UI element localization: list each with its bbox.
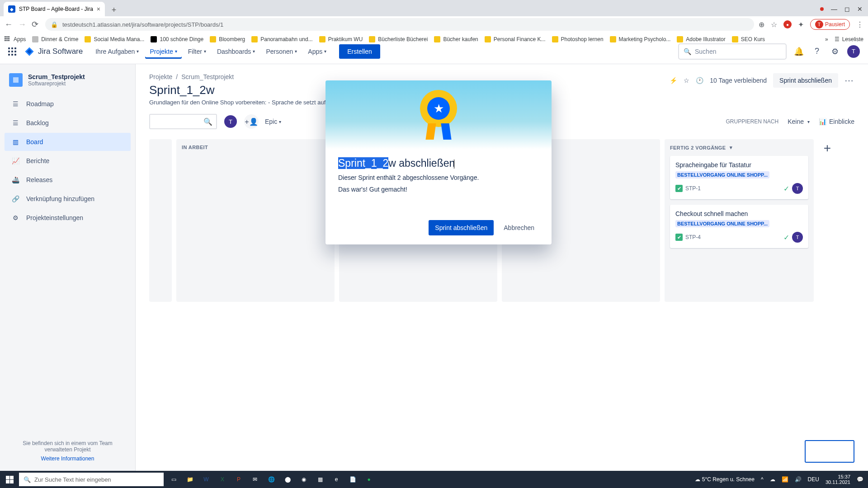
- edge-icon[interactable]: e: [329, 473, 344, 486]
- new-tab-button[interactable]: +: [108, 4, 120, 16]
- tray-chevron-icon[interactable]: ^: [761, 476, 764, 483]
- board-search-input[interactable]: 🔍: [149, 114, 217, 129]
- bookmark-item[interactable]: 100 schöne Dinge: [151, 36, 203, 42]
- bookmark-item[interactable]: Bloomberg: [210, 36, 245, 42]
- assignee-avatar[interactable]: T: [223, 114, 238, 129]
- forward-icon[interactable]: →: [18, 20, 27, 29]
- bolt-icon[interactable]: ⚡: [670, 77, 677, 84]
- taskview-icon[interactable]: ▭: [166, 473, 181, 486]
- bookmark-apps[interactable]: Apps: [5, 36, 26, 42]
- excel-icon[interactable]: X: [215, 473, 230, 486]
- search-input[interactable]: 🔍 Suchen: [678, 43, 787, 60]
- sidebar-item-link[interactable]: 🔗Verknüpfung hinzufügen: [5, 190, 131, 208]
- add-column-button[interactable]: +: [818, 139, 836, 302]
- sidebar-item-board[interactable]: ▥Board: [5, 133, 131, 151]
- bookmark-item[interactable]: Bücherliste Bücherei: [369, 36, 428, 42]
- taskbar-search[interactable]: 🔍Zur Suche Text hier eingeben: [19, 473, 164, 486]
- group-by-dropdown[interactable]: Keine▾: [788, 118, 810, 125]
- mini-preview[interactable]: [805, 440, 854, 463]
- issue-key[interactable]: STP-1: [685, 185, 701, 192]
- zoom-icon[interactable]: ⊕: [759, 20, 764, 29]
- extensions-icon[interactable]: ✦: [798, 20, 804, 29]
- sidebar-item-backlog[interactable]: ☰Backlog: [5, 114, 131, 132]
- nav-people[interactable]: Personen▾: [261, 44, 302, 59]
- reload-icon[interactable]: ⟳: [32, 19, 41, 29]
- profile-avatar[interactable]: T: [847, 45, 860, 58]
- close-icon[interactable]: ×: [97, 5, 100, 13]
- issue-card[interactable]: Checkout schnell machen BESTELLVORGANG O…: [670, 205, 808, 248]
- app-icon[interactable]: ◉: [297, 473, 311, 486]
- sidebar-item-reports[interactable]: 📈Berichte: [5, 152, 131, 170]
- bookmark-overflow[interactable]: »: [825, 36, 828, 42]
- browser-tab[interactable]: ◆ STP Board – Agile-Board - Jira ×: [4, 2, 105, 16]
- bookmark-item[interactable]: Personal Finance K...: [485, 36, 546, 42]
- bookmark-item[interactable]: Bücher kaufen: [434, 36, 478, 42]
- issue-key[interactable]: STP-4: [685, 234, 701, 240]
- insights-button[interactable]: 📊Einblicke: [819, 118, 854, 125]
- bookmark-item[interactable]: SEO Kurs: [732, 36, 765, 42]
- crumb-project[interactable]: Scrum_Testprojekt: [181, 73, 234, 80]
- crumb-projects[interactable]: Projekte: [149, 73, 172, 80]
- spotify-icon[interactable]: ●: [362, 473, 376, 486]
- nav-dashboards[interactable]: Dashboards▾: [212, 44, 260, 59]
- bookmark-item[interactable]: Panoramabahn und...: [251, 36, 312, 42]
- clock[interactable]: 15:37 30.11.2021: [826, 474, 850, 485]
- obs-icon[interactable]: ⬤: [280, 473, 295, 486]
- explorer-icon[interactable]: 📁: [183, 473, 197, 486]
- app-switcher-icon[interactable]: [8, 47, 16, 56]
- volume-icon[interactable]: 🔊: [795, 476, 802, 483]
- language-indicator[interactable]: DEU: [808, 476, 819, 483]
- settings-icon[interactable]: ⚙: [829, 46, 841, 57]
- bookmark-item[interactable]: Marketing Psycholo...: [610, 36, 671, 42]
- back-icon[interactable]: ←: [5, 20, 14, 29]
- bookmark-item[interactable]: Dinner & Crime: [32, 36, 78, 42]
- url-field[interactable]: 🔒 testdeutsch1.atlassian.net/jira/softwa…: [45, 18, 754, 31]
- footer-link[interactable]: Weitere Informationen: [12, 455, 123, 462]
- ext-icon[interactable]: ●: [783, 20, 792, 28]
- notifications-icon[interactable]: 💬: [857, 476, 863, 483]
- create-button[interactable]: Erstellen: [339, 44, 380, 59]
- sidebar-item-settings[interactable]: ⚙Projekteinstellungen: [5, 209, 131, 227]
- card-epic[interactable]: BESTELLVORGANG ONLINE SHOPP...: [675, 171, 769, 178]
- epic-dropdown[interactable]: Epic▾: [265, 118, 281, 125]
- start-button[interactable]: [0, 476, 19, 483]
- chevron-down-icon[interactable]: ▾: [730, 145, 732, 150]
- issue-card[interactable]: Spracheingabe für Tastatur BESTELLVORGAN…: [670, 156, 808, 199]
- bookmark-item[interactable]: Photoshop lernen: [552, 36, 604, 42]
- profile-paused[interactable]: T Pausiert: [810, 19, 850, 30]
- close-sprint-button[interactable]: Sprint abschließen: [773, 73, 838, 88]
- minimize-icon[interactable]: —: [831, 5, 837, 13]
- weather-widget[interactable]: ☁ 5°C Regen u. Schnee: [695, 476, 755, 483]
- bookmark-readlist[interactable]: ☰Leseliste: [835, 36, 863, 42]
- card-epic[interactable]: BESTELLVORGANG ONLINE SHOPP...: [675, 220, 769, 227]
- help-icon[interactable]: ?: [811, 46, 823, 57]
- bookmark-item[interactable]: Praktikum WU: [319, 36, 363, 42]
- sidebar-item-roadmap[interactable]: ☰Roadmap: [5, 95, 131, 113]
- nav-projects[interactable]: Projekte▾: [145, 44, 181, 59]
- wifi-icon[interactable]: 📶: [782, 476, 788, 483]
- onedrive-icon[interactable]: ☁: [770, 476, 775, 483]
- mail-icon[interactable]: ✉: [248, 473, 262, 486]
- sidebar-item-releases[interactable]: 🚢Releases: [5, 171, 131, 189]
- menu-icon[interactable]: ⋮: [856, 20, 863, 29]
- star-icon[interactable]: ☆: [771, 20, 777, 29]
- maximize-icon[interactable]: ◻: [844, 5, 850, 13]
- app-icon[interactable]: ▦: [313, 473, 327, 486]
- assignee-avatar[interactable]: T: [792, 183, 803, 194]
- modal-cancel-button[interactable]: Abbrechen: [497, 220, 541, 235]
- nav-your-work[interactable]: Ihre Aufgaben▾: [91, 44, 143, 59]
- notifications-icon[interactable]: 🔔: [793, 46, 805, 57]
- chrome-icon[interactable]: 🌐: [264, 473, 278, 486]
- add-people-button[interactable]: +👤: [244, 114, 259, 129]
- close-window-icon[interactable]: ✕: [857, 5, 863, 13]
- word-icon[interactable]: W: [199, 473, 213, 486]
- bookmark-item[interactable]: Social Media Mana...: [85, 36, 144, 42]
- nav-apps[interactable]: Apps▾: [303, 44, 331, 59]
- more-icon[interactable]: ⋯: [844, 75, 854, 86]
- modal-confirm-button[interactable]: Sprint abschließen: [429, 220, 494, 235]
- nav-filters[interactable]: Filter▾: [184, 44, 211, 59]
- assignee-avatar[interactable]: T: [792, 232, 803, 243]
- project-header[interactable]: Scrum_Testprojekt Softwareprojekt: [5, 73, 131, 95]
- star-icon[interactable]: ☆: [684, 77, 689, 84]
- powerpoint-icon[interactable]: P: [231, 473, 246, 486]
